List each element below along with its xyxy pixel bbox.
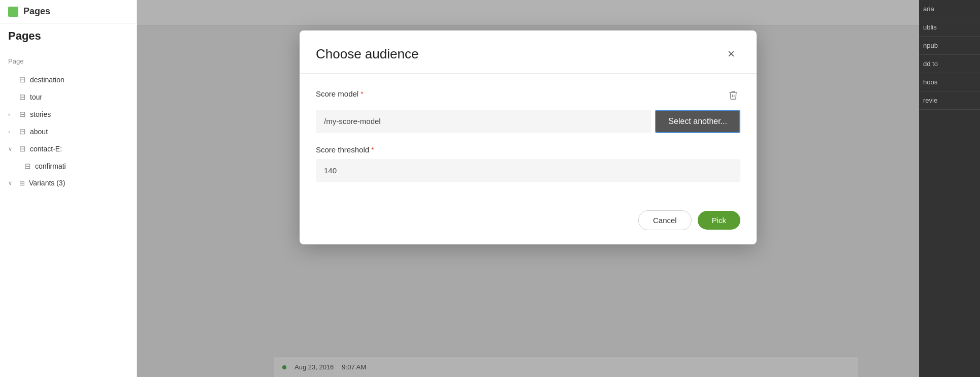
score-threshold-field: Score threshold * <box>316 145 740 182</box>
right-panel-item[interactable]: dd to <box>919 55 980 73</box>
select-another-button[interactable]: Select another... <box>655 110 740 133</box>
folder-icon: ⊟ <box>19 92 26 102</box>
modal-title: Choose audience <box>316 46 418 62</box>
variants-icon: ⊞ <box>19 179 25 187</box>
folder-icon: ⊟ <box>19 110 26 119</box>
required-star: * <box>361 90 363 98</box>
sidebar: Pages Pages Page ⊟ destination ⊟ tour › … <box>0 0 137 377</box>
sidebar-item-stories[interactable]: › ⊟ stories <box>0 106 137 123</box>
modal-body: Score model * <box>300 74 757 210</box>
chevron-right-icon: › <box>8 129 15 135</box>
sidebar-item-destination[interactable]: ⊟ destination <box>0 71 137 88</box>
right-panel: aria ublis npub dd to hoos revie <box>919 0 980 377</box>
main-content: Choose audience × Score model * <box>137 0 919 377</box>
sidebar-header: Pages <box>0 0 137 23</box>
modal-header: Choose audience × <box>300 30 757 74</box>
sidebar-item-about[interactable]: › ⊟ about <box>0 123 137 140</box>
score-model-field: Score model * <box>316 88 740 133</box>
sidebar-section-label: Page <box>0 49 137 69</box>
right-panel-item[interactable]: aria <box>919 0 980 18</box>
right-panel-item[interactable]: npub <box>919 37 980 55</box>
pick-button[interactable]: Pick <box>698 211 740 230</box>
score-model-label: Score model * <box>316 89 364 98</box>
sidebar-item-variants[interactable]: ∨ ⊞ Variants (3) <box>0 175 137 191</box>
modal-overlay: Choose audience × Score model * <box>137 0 919 377</box>
score-model-value: /my-score-model <box>316 110 651 133</box>
right-panel-item[interactable]: ublis <box>919 18 980 37</box>
sidebar-item-contact[interactable]: ∨ ⊟ contact-E: <box>0 140 137 158</box>
required-star: * <box>371 146 374 154</box>
chevron-down-icon: ∨ <box>8 180 15 186</box>
app-title: Pages <box>23 6 50 17</box>
score-model-header-row: Score model * <box>316 88 740 105</box>
sidebar-item-label: stories <box>30 110 51 118</box>
app-container: Pages Pages Page ⊟ destination ⊟ tour › … <box>0 0 980 377</box>
sidebar-pages-heading: Pages <box>0 23 137 49</box>
app-logo <box>8 7 18 17</box>
modal-footer: Cancel Pick <box>300 210 757 244</box>
modal-close-button[interactable]: × <box>722 45 740 63</box>
sidebar-item-label: confirmati <box>35 162 66 170</box>
sidebar-items: ⊟ destination ⊟ tour › ⊟ stories › ⊟ abo… <box>0 69 137 193</box>
sidebar-item-label: contact-E: <box>30 145 62 153</box>
choose-audience-modal: Choose audience × Score model * <box>300 30 757 244</box>
right-panel-item[interactable]: revie <box>919 91 980 110</box>
delete-score-model-button[interactable] <box>726 88 740 105</box>
folder-icon: ⊟ <box>24 162 31 171</box>
sidebar-item-confirmation[interactable]: ⊟ confirmati <box>0 158 137 175</box>
sidebar-item-label: Variants (3) <box>29 179 65 187</box>
trash-icon <box>728 90 738 100</box>
chevron-down-icon: ∨ <box>8 146 15 152</box>
folder-icon: ⊟ <box>19 127 26 136</box>
folder-icon: ⊟ <box>19 75 26 84</box>
score-threshold-input[interactable] <box>316 159 740 182</box>
score-model-row: /my-score-model Select another... <box>316 110 740 133</box>
right-panel-item[interactable]: hoos <box>919 73 980 91</box>
sidebar-item-tour[interactable]: ⊟ tour <box>0 88 137 106</box>
sidebar-item-label: destination <box>30 76 64 84</box>
folder-icon: ⊟ <box>19 144 26 153</box>
chevron-right-icon: › <box>8 111 15 117</box>
sidebar-item-label: about <box>30 128 48 136</box>
cancel-button[interactable]: Cancel <box>638 210 692 230</box>
sidebar-item-label: tour <box>30 93 42 101</box>
score-threshold-label: Score threshold * <box>316 145 740 154</box>
